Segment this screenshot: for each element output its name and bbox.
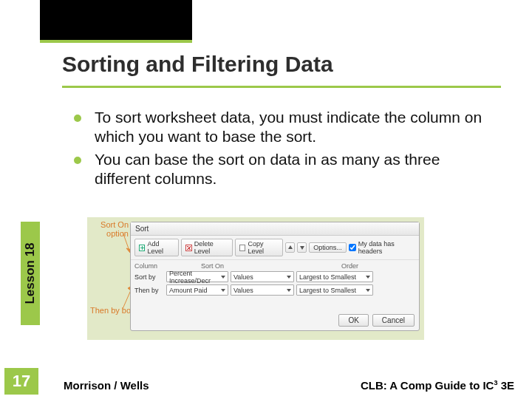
- lesson-sidebar: Lesson 18: [21, 222, 40, 325]
- chevron-up-icon: [287, 245, 293, 250]
- slide: Sorting and Filtering Data To sort works…: [0, 0, 532, 399]
- chevron-down-icon: [287, 276, 291, 279]
- header-sort-on: Sort On: [201, 262, 275, 270]
- ok-button[interactable]: OK: [338, 314, 368, 327]
- chevron-down-icon: [287, 289, 291, 292]
- header-order: Order: [341, 262, 415, 270]
- headers-checkbox-input[interactable]: [349, 244, 356, 251]
- copy-level-button[interactable]: Copy Level: [235, 239, 283, 256]
- chevron-down-icon: [366, 276, 370, 279]
- bullet-list: To sort worksheet data, you must indicat…: [74, 108, 497, 191]
- sort-dialog: Sort Add Level Delete Level Copy Level: [130, 222, 420, 331]
- slide-title: Sorting and Filtering Data: [62, 52, 333, 77]
- sort-row: Sort by Percent Increase/Decr Values Lar…: [134, 271, 415, 282]
- delete-icon: [185, 245, 191, 251]
- sort-row: Then by Amount Paid Values Largest to Sm…: [134, 284, 415, 296]
- headers-checkbox[interactable]: My data has headers: [349, 240, 415, 255]
- svg-marker-7: [300, 246, 304, 250]
- bullet-item: To sort worksheet data, you must indicat…: [74, 108, 497, 147]
- add-level-label: Add Level: [147, 240, 174, 255]
- dialog-rows: Sort by Percent Increase/Decr Values Lar…: [131, 270, 419, 299]
- chevron-down-icon: [299, 245, 305, 250]
- chevron-down-icon: [366, 289, 370, 292]
- delete-level-button[interactable]: Delete Level: [181, 239, 233, 256]
- title-underline: [62, 86, 501, 88]
- row-label: Then by: [134, 287, 164, 294]
- bullet-dot-icon: [74, 115, 81, 122]
- dialog-footer: OK Cancel: [338, 314, 415, 327]
- move-down-button[interactable]: [297, 242, 307, 253]
- column-select[interactable]: Amount Paid: [166, 284, 228, 296]
- options-label: Options...: [313, 244, 342, 251]
- dialog-toolbar: Add Level Delete Level Copy Level Op: [131, 236, 419, 260]
- page-number: 17: [4, 368, 38, 395]
- chevron-down-icon: [221, 289, 225, 292]
- footer-right: CLB: A Comp Guide to IC3 3E: [361, 379, 514, 392]
- options-button[interactable]: Options...: [309, 242, 347, 253]
- dialog-column-headers: Column Sort On Order: [131, 260, 419, 270]
- header-column: Column: [134, 262, 201, 270]
- chevron-down-icon: [221, 276, 225, 279]
- footer: Morrison / Wells CLB: A Comp Guide to IC…: [64, 379, 514, 392]
- cancel-button[interactable]: Cancel: [372, 314, 415, 327]
- svg-marker-6: [288, 245, 293, 249]
- footer-left: Morrison / Wells: [64, 379, 149, 392]
- copy-icon: [239, 245, 245, 251]
- headers-checkbox-label: My data has headers: [358, 240, 415, 255]
- move-up-button[interactable]: [285, 242, 295, 253]
- bullet-item: You can base the sort on data in as many…: [74, 150, 497, 189]
- sort-on-select[interactable]: Values: [231, 284, 294, 296]
- column-select[interactable]: Percent Increase/Decr: [166, 271, 228, 282]
- dialog-title: Sort: [131, 222, 419, 236]
- bullet-text: You can base the sort on data in as many…: [95, 150, 497, 189]
- add-level-button[interactable]: Add Level: [134, 239, 179, 256]
- add-icon: [139, 245, 145, 251]
- order-select[interactable]: Largest to Smallest: [296, 284, 373, 296]
- lesson-label: Lesson 18: [23, 242, 38, 304]
- bullet-dot-icon: [74, 157, 81, 164]
- sort-on-select[interactable]: Values: [231, 271, 294, 282]
- top-green-accent: [40, 40, 192, 43]
- order-select[interactable]: Largest to Smallest: [296, 271, 373, 282]
- top-black-box: [40, 0, 192, 40]
- dialog-illustration: Sort On option Then by box Order option …: [87, 217, 424, 340]
- delete-level-label: Delete Level: [194, 240, 228, 255]
- bullet-text: To sort worksheet data, you must indicat…: [95, 108, 497, 147]
- row-label: Sort by: [134, 273, 164, 281]
- copy-level-label: Copy Level: [248, 240, 279, 255]
